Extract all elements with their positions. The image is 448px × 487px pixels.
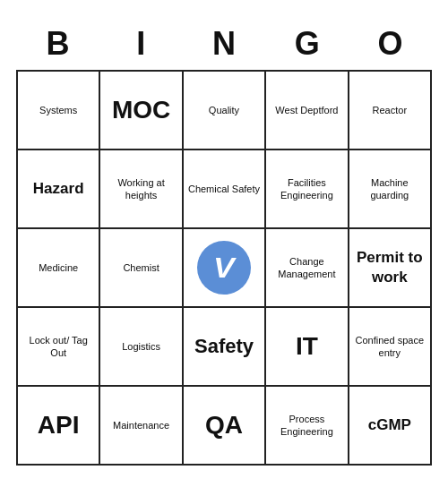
cell-text: API bbox=[38, 409, 80, 441]
cell-text: Confined space entry bbox=[353, 334, 426, 360]
cell-4-2: QA bbox=[184, 387, 266, 466]
cell-0-1: MOC bbox=[100, 72, 183, 150]
cell-0-0: Systems bbox=[18, 72, 100, 150]
cell-text: Medicine bbox=[39, 261, 78, 274]
cell-text: Permit to work bbox=[353, 248, 426, 287]
cell-0-3: West Deptford bbox=[266, 72, 349, 150]
cell-text: Maintenance bbox=[113, 419, 169, 431]
cell-text: Facilities Engineering bbox=[270, 176, 343, 202]
cell-text: Chemist bbox=[123, 261, 159, 274]
cell-4-1: Maintenance bbox=[100, 387, 183, 466]
cell-0-2: Quality bbox=[184, 72, 266, 150]
cell-2-1: Chemist bbox=[100, 229, 183, 308]
cell-text: Safety bbox=[194, 334, 254, 360]
cell-text: QA bbox=[205, 409, 243, 441]
cell-text: West Deptford bbox=[275, 104, 338, 116]
cell-3-3: IT bbox=[266, 308, 349, 387]
cell-2-2: V bbox=[184, 229, 266, 308]
cell-2-4: Permit to work bbox=[349, 229, 432, 308]
cell-text: cGMP bbox=[368, 415, 411, 435]
cell-1-3: Facilities Engineering bbox=[266, 150, 349, 229]
cell-1-1: Working at heights bbox=[100, 150, 183, 229]
cell-text: IT bbox=[296, 330, 318, 363]
cell-text: Quality bbox=[209, 104, 239, 116]
logo-v-letter: V bbox=[213, 253, 234, 282]
cell-1-0: Hazard bbox=[18, 150, 100, 229]
cell-2-0: Medicine bbox=[18, 229, 100, 308]
cell-text: Process Engineering bbox=[270, 413, 343, 439]
cell-text: Working at heights bbox=[104, 176, 177, 202]
cell-text: Lock out/ Tag Out bbox=[22, 334, 95, 360]
cell-4-4: cGMP bbox=[349, 387, 432, 466]
cell-3-4: Confined space entry bbox=[349, 308, 432, 387]
cell-4-3: Process Engineering bbox=[266, 387, 349, 466]
cell-3-0: Lock out/ Tag Out bbox=[18, 308, 100, 387]
cell-3-1: Logistics bbox=[100, 308, 183, 387]
cell-text: Systems bbox=[39, 104, 77, 116]
cell-text: MOC bbox=[112, 94, 170, 126]
cell-4-0: API bbox=[18, 387, 100, 466]
cell-0-4: Reactor bbox=[349, 72, 432, 150]
cell-text: Chemical Safety bbox=[188, 183, 260, 195]
cell-text: Logistics bbox=[122, 340, 160, 353]
bingo-card: BINGO SystemsMOCQualityWest DeptfordReac… bbox=[9, 14, 439, 473]
bingo-grid: SystemsMOCQualityWest DeptfordReactorHaz… bbox=[16, 70, 432, 466]
cell-text: Reactor bbox=[373, 104, 408, 116]
cell-1-4: Machine guarding bbox=[349, 150, 432, 229]
header-letter: B bbox=[16, 21, 99, 66]
cell-2-3: Change Management bbox=[266, 229, 349, 308]
cell-3-2: Safety bbox=[184, 308, 266, 387]
bingo-header: BINGO bbox=[16, 21, 432, 66]
header-letter: O bbox=[349, 21, 432, 66]
header-letter: I bbox=[99, 21, 183, 66]
cell-text: Change Management bbox=[270, 255, 343, 281]
cell-text: Machine guarding bbox=[353, 176, 426, 202]
cell-1-2: Chemical Safety bbox=[184, 150, 266, 229]
header-letter: N bbox=[183, 21, 266, 66]
cell-text: Hazard bbox=[33, 179, 84, 199]
header-letter: G bbox=[265, 21, 349, 66]
logo-icon: V bbox=[197, 241, 251, 295]
